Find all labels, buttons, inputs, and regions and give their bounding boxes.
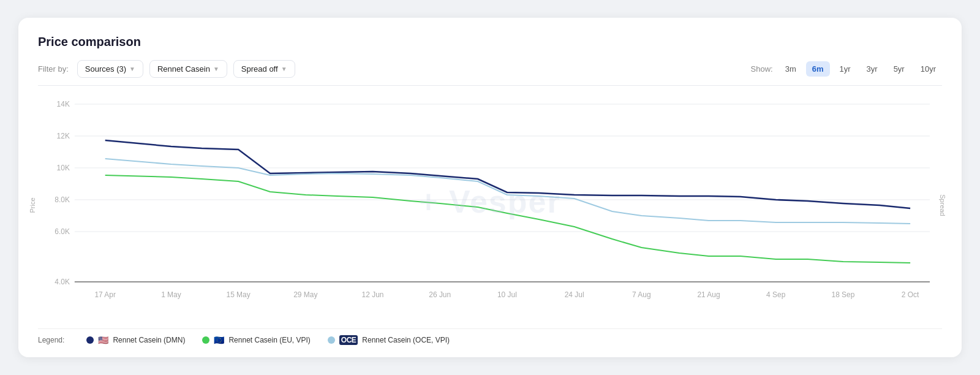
svg-text:1 May: 1 May (161, 290, 181, 299)
dmn-line (105, 140, 910, 208)
dmn-dot (86, 336, 94, 344)
legend-item-dmn: 🇺🇸 Rennet Casein (DMN) (86, 335, 185, 345)
svg-text:7 Aug: 7 Aug (632, 290, 651, 299)
svg-text:24 Jul: 24 Jul (565, 290, 584, 299)
show-label: Show: (751, 64, 773, 74)
time-btn-6m[interactable]: 6m (806, 61, 830, 77)
legend-bar: Legend: 🇺🇸 Rennet Casein (DMN) 🇪🇺 Rennet… (38, 328, 942, 345)
svg-text:4.0K: 4.0K (55, 278, 70, 286)
oce-flag-icon: OCE (339, 335, 358, 345)
svg-text:15 May: 15 May (227, 290, 251, 299)
time-btn-5yr[interactable]: 5yr (888, 61, 911, 77)
legend-label: Legend: (38, 336, 64, 344)
filter-bar: Filter by: Sources (3) ▼ Rennet Casein ▼… (38, 60, 942, 86)
price-comparison-card: Price comparison Filter by: Sources (3) … (18, 18, 962, 357)
svg-text:21 Aug: 21 Aug (697, 290, 720, 299)
oce-dot (328, 336, 335, 344)
eu-vpi-line (105, 175, 910, 263)
chart-area: Price Spread + Vesper 14K 12K 10K 8.0K 6… (38, 92, 942, 319)
product-filter[interactable]: Rennet Casein ▼ (149, 60, 227, 78)
time-btn-3m[interactable]: 3m (779, 61, 802, 77)
svg-text:10 Jul: 10 Jul (497, 290, 517, 299)
svg-text:29 May: 29 May (293, 290, 317, 299)
legend-item-eu: 🇪🇺 Rennet Casein (EU, VPI) (202, 335, 310, 345)
svg-text:4 Sep: 4 Sep (766, 290, 786, 299)
filter-label: Filter by: (38, 64, 69, 74)
dmn-label: Rennet Casein (DMN) (113, 336, 185, 344)
spread-label: Spread (938, 194, 946, 216)
eu-flag-icon: 🇪🇺 (214, 335, 224, 345)
eu-label: Rennet Casein (EU, VPI) (228, 336, 310, 344)
price-chart: 14K 12K 10K 8.0K 6.0K 4.0K 17 Apr 1 May … (38, 92, 942, 319)
svg-text:18 Sep: 18 Sep (831, 290, 854, 299)
page-title: Price comparison (38, 35, 942, 49)
svg-text:10K: 10K (57, 164, 70, 172)
time-btn-1yr[interactable]: 1yr (834, 61, 857, 77)
svg-text:8.0K: 8.0K (55, 195, 70, 204)
svg-text:12K: 12K (57, 132, 70, 140)
legend-item-oce: OCE Rennet Casein (OCE, VPI) (328, 335, 450, 345)
svg-text:12 Jun: 12 Jun (362, 290, 384, 299)
spread-filter[interactable]: Spread off ▼ (233, 60, 295, 78)
us-flag-icon: 🇺🇸 (98, 335, 108, 345)
svg-text:6.0K: 6.0K (55, 227, 70, 236)
svg-text:26 Jun: 26 Jun (429, 290, 451, 299)
chevron-down-icon: ▼ (129, 66, 135, 72)
chevron-down-icon: ▼ (213, 66, 219, 72)
oce-label: Rennet Casein (OCE, VPI) (362, 336, 450, 344)
filter-left: Filter by: Sources (3) ▼ Rennet Casein ▼… (38, 60, 295, 78)
svg-text:2 Oct: 2 Oct (902, 290, 919, 299)
time-btn-10yr[interactable]: 10yr (914, 61, 942, 77)
time-btn-3yr[interactable]: 3yr (861, 61, 884, 77)
y-axis-label: Price (29, 197, 36, 213)
sources-filter[interactable]: Sources (3) ▼ (77, 60, 143, 78)
eu-dot (202, 336, 209, 344)
svg-text:17 Apr: 17 Apr (94, 290, 116, 299)
show-bar: Show: 3m 6m 1yr 3yr 5yr 10yr (751, 61, 942, 77)
chevron-down-icon: ▼ (281, 66, 287, 72)
svg-text:14K: 14K (57, 100, 70, 108)
